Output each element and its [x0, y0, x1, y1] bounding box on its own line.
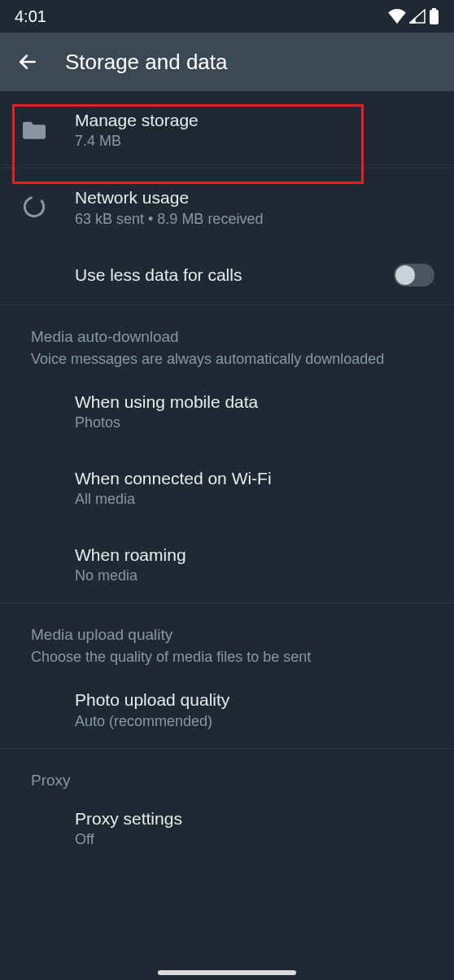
nav-indicator [158, 970, 296, 975]
status-time: 4:01 [15, 7, 46, 26]
svg-rect-0 [432, 8, 436, 10]
network-usage-sub: 63 kB sent • 8.9 MB received [75, 211, 434, 228]
arrow-left-icon [17, 51, 38, 72]
page-title: Storage and data [65, 50, 228, 75]
wifi-sub: All media [75, 491, 434, 508]
app-bar: Storage and data [0, 33, 454, 91]
proxy-heading: Proxy [31, 772, 434, 790]
proxy-header: Proxy [0, 749, 454, 790]
proxy-settings-sub: Off [75, 831, 434, 848]
wifi-label: When connected on Wi-Fi [75, 467, 434, 489]
mobile-data-row[interactable]: When using mobile data Photos [0, 373, 454, 449]
use-less-data-label: Use less data for calls [75, 264, 368, 286]
media-download-caption: Voice messages are always automatically … [31, 351, 434, 368]
photo-quality-label: Photo upload quality [75, 689, 434, 711]
roaming-sub: No media [75, 567, 434, 584]
svg-point-3 [23, 195, 46, 218]
toggle-knob [395, 265, 415, 285]
svg-rect-1 [430, 10, 439, 24]
back-button[interactable] [16, 50, 39, 73]
roaming-label: When roaming [75, 544, 434, 566]
upload-quality-heading: Media upload quality [31, 626, 434, 644]
wifi-row[interactable]: When connected on Wi-Fi All media [0, 449, 454, 526]
wifi-icon [388, 9, 406, 24]
proxy-settings-label: Proxy settings [75, 807, 434, 829]
mobile-data-sub: Photos [75, 414, 434, 431]
upload-quality-caption: Choose the quality of media files to be … [31, 649, 434, 666]
mobile-data-label: When using mobile data [75, 391, 434, 413]
manage-storage-row[interactable]: Manage storage 7.4 MB [0, 91, 454, 168]
media-download-header: Media auto-download Voice messages are a… [0, 305, 454, 373]
use-less-data-toggle[interactable] [394, 264, 434, 287]
folder-icon [23, 120, 46, 139]
status-bar: 4:01 [0, 0, 454, 33]
manage-storage-label: Manage storage [75, 109, 434, 131]
network-usage-label: Network usage [75, 186, 434, 208]
proxy-settings-row[interactable]: Proxy settings Off [0, 790, 454, 855]
upload-quality-header: Media upload quality Choose the quality … [0, 603, 454, 671]
signal-icon [409, 9, 426, 24]
data-usage-icon [23, 195, 46, 218]
media-download-heading: Media auto-download [31, 328, 434, 346]
battery-icon [429, 8, 439, 24]
photo-quality-row[interactable]: Photo upload quality Auto (recommended) [0, 671, 454, 747]
network-usage-row[interactable]: Network usage 63 kB sent • 8.9 MB receiv… [0, 168, 454, 245]
settings-content: Manage storage 7.4 MB Network usage 63 k… [0, 91, 454, 855]
use-less-data-row[interactable]: Use less data for calls [0, 246, 454, 304]
roaming-row[interactable]: When roaming No media [0, 526, 454, 602]
manage-storage-sub: 7.4 MB [75, 133, 434, 150]
photo-quality-sub: Auto (recommended) [75, 713, 434, 730]
status-icons [388, 8, 439, 24]
